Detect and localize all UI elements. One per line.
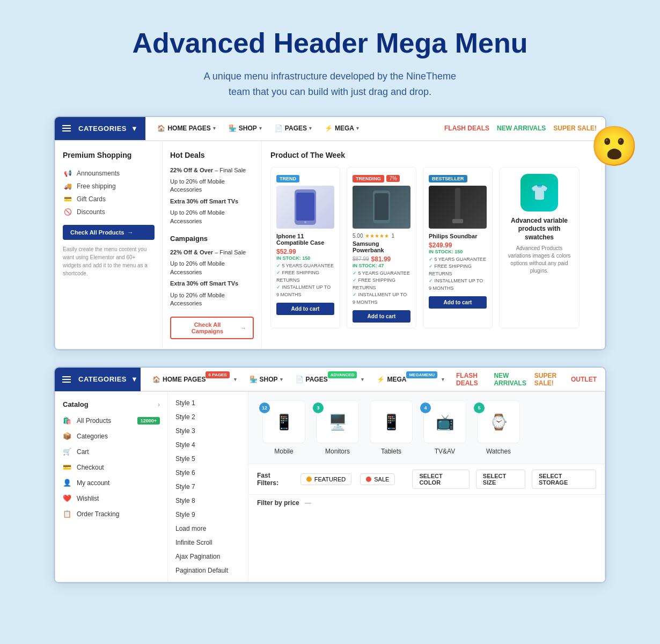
sidebar-item-gift-cards[interactable]: 💳 Gift Cards	[63, 193, 155, 206]
select-storage-label[interactable]: SELECT STORAGE	[532, 470, 596, 489]
product-price: $52.99	[276, 248, 334, 255]
add-to-cart-button[interactable]: Add to cart	[429, 296, 487, 309]
add-to-cart-button[interactable]: Add to cart	[276, 303, 334, 315]
check-campaigns-button[interactable]: Check All Campaigns →	[170, 317, 254, 339]
product-title: Iphone 11 Compatible Case	[276, 233, 334, 246]
style-item-pagination-default[interactable]: Pagination Default	[168, 564, 248, 577]
mega-menu-panel: Premium Shopping 📢 Announsments 🚚 Free s…	[55, 141, 605, 350]
page-title: Advanced Header Mega Menu	[11, 27, 649, 59]
home-icon: 🏠	[152, 376, 160, 383]
flash-deals-link-2[interactable]: FLASH DEALS	[456, 372, 486, 387]
deal-item: Up to 20% off Mobile Accessories	[170, 176, 254, 196]
demo-window-1: CATEGORIES ▼ 🏠 HOME PAGES ▾ 🏪 SHOP ▾ 📄 P…	[54, 116, 606, 351]
super-sale-link-2[interactable]: SUPER SALE!	[534, 372, 563, 387]
nav-item-pages[interactable]: 📄 PAGES ▾	[269, 116, 317, 140]
catalog-item-cart[interactable]: 🛒 Cart	[55, 444, 167, 459]
catalog-item-my-account[interactable]: 👤 My account	[55, 475, 167, 491]
catalog-item-order-tracking[interactable]: 📋 Order Tracking	[55, 506, 167, 522]
nav-item-shop[interactable]: 🏪 SHOP ▾	[223, 116, 267, 140]
svg-rect-5	[455, 188, 460, 223]
campaigns-title: Campaigns	[170, 235, 254, 243]
filter-sale[interactable]: SALE	[360, 473, 395, 485]
outlet-link[interactable]: OUTLET	[571, 376, 597, 383]
thumb-tablets[interactable]: 📱 Tablets	[364, 400, 418, 455]
chevron-down-icon: ▼	[131, 125, 138, 133]
catalog-item-wishlist[interactable]: ❤️ Wishlist	[55, 491, 167, 506]
sidebar-item-announcements[interactable]: 📢 Announsments	[63, 167, 155, 180]
nav-categories-1[interactable]: CATEGORIES ▼	[55, 116, 145, 140]
products-icon: 🛍️	[63, 416, 72, 425]
thumb-monitors[interactable]: 3 🖥️ Monitors	[311, 400, 364, 455]
sidebar-desc: Easily create the menu content you want …	[63, 245, 155, 277]
select-color-label[interactable]: SELECT COLOR	[412, 470, 469, 489]
thumb-label: TV&AV	[418, 448, 472, 455]
nav-menu-2: 🏠 HOME PAGES 6 PAGES ▾ 🏪 SHOP ▾ 📄 PAGES …	[141, 368, 456, 391]
style-item-7[interactable]: Style 7	[168, 480, 248, 494]
style-item-4[interactable]: Style 4	[168, 438, 248, 452]
sidebar-title: Premium Shopping	[63, 151, 155, 159]
catalog-item-checkout[interactable]: 💳 Checkout	[55, 459, 167, 475]
filter-price-label: Filter by price	[257, 499, 299, 507]
flash-deals-link[interactable]: FLASH DEALS	[444, 125, 489, 132]
style-item-ajax-pagination[interactable]: Ajax Pagination	[168, 550, 248, 564]
nav-categories-2[interactable]: CATEGORIES ▼	[55, 368, 141, 391]
style-item-infinite-scroll[interactable]: Infinite Scroll	[168, 536, 248, 550]
navbar-1: CATEGORIES ▼ 🏠 HOME PAGES ▾ 🏪 SHOP ▾ 📄 P…	[55, 117, 605, 141]
cart-icon: 🛒	[63, 448, 72, 456]
product-rating: 5.00 ★★★★★ 1	[353, 233, 410, 239]
filter-featured[interactable]: FEATURED	[300, 473, 351, 485]
featured-dot	[306, 477, 312, 482]
sidebar-item-free-shipping[interactable]: 🚚 Free shipping	[63, 180, 155, 193]
chevron-down-icon: ▾	[361, 377, 364, 382]
catalog-header: Catalog ›	[55, 396, 167, 413]
nav-item-home-pages-2[interactable]: 🏠 HOME PAGES 6 PAGES ▾	[147, 368, 242, 391]
thumb-tvav[interactable]: 4 📺 TV&AV	[418, 400, 472, 455]
product-title: Samsung Powerbank	[353, 240, 410, 253]
price-dash: —	[305, 499, 311, 507]
arrow-right-icon: →	[127, 229, 133, 236]
new-arrivals-link-2[interactable]: NEW ARRIVALS	[494, 372, 526, 387]
style-item-2[interactable]: Style 2	[168, 410, 248, 424]
add-to-cart-button[interactable]: Add to cart	[353, 310, 410, 323]
product-card-samsung[interactable]: TRENDING 7% 5.00 ★★★★★ 1 Samsung Powerba…	[347, 167, 416, 329]
hot-deals-column: Hot Deals 22% Off & Over – Final Sale Up…	[163, 141, 262, 349]
product-card-iphone[interactable]: TREND Iphone 11 Compatible Case $52.99 I…	[270, 167, 340, 329]
variable-products-card: 👕 Advanced variable products with swatch…	[499, 167, 580, 329]
catalog-item-categories[interactable]: 📦 Categories	[55, 428, 167, 444]
product-badge: BESTSELLER	[429, 175, 467, 182]
product-card-philips[interactable]: BESTSELLER Philips Soundbar $249.99 IN S…	[423, 167, 493, 329]
chevron-down-icon: ▾	[259, 126, 262, 131]
style-item-8[interactable]: Style 8	[168, 494, 248, 508]
thumb-mobile[interactable]: 12 📱 Mobile	[257, 400, 311, 455]
check-all-products-button[interactable]: Check All Products →	[63, 225, 155, 240]
chevron-down-icon: ▾	[309, 126, 312, 131]
new-arrivals-link[interactable]: NEW ARRIVALS	[497, 125, 546, 132]
badge-advanced: ADVANCED	[328, 371, 357, 378]
select-size-label[interactable]: SELECT SIZE	[476, 470, 525, 489]
chevron-down-icon: ▾	[234, 377, 237, 382]
checkout-icon: 💳	[63, 463, 72, 471]
mega-icon: ⚡	[377, 376, 385, 383]
nav-item-shop-2[interactable]: 🏪 SHOP ▾	[244, 368, 288, 391]
nav-item-pages-2[interactable]: 📄 PAGES ADVANCED ▾	[290, 368, 370, 391]
product-badge: TRENDING	[353, 175, 384, 182]
nav-item-home-pages[interactable]: 🏠 HOME PAGES ▾	[152, 116, 221, 140]
nav-item-mega-2[interactable]: ⚡ MEGA MEGAMENU ▾	[371, 368, 450, 391]
sidebar-item-discounts[interactable]: 🚫 Discounts	[63, 206, 155, 218]
nav-item-mega[interactable]: ⚡ MEGA ▾	[319, 116, 364, 140]
demo-window-1-container: CATEGORIES ▼ 🏠 HOME PAGES ▾ 🏪 SHOP ▾ 📄 P…	[21, 116, 639, 351]
chevron-down-icon: ▾	[213, 126, 216, 131]
tracking-icon: 📋	[63, 510, 72, 518]
sale-dot	[366, 477, 371, 482]
account-icon: 👤	[63, 479, 72, 487]
style-item-5[interactable]: Style 5	[168, 452, 248, 466]
style-item-3[interactable]: Style 3	[168, 424, 248, 438]
catalog-item-all-products[interactable]: 🛍️ All Products 12000+	[55, 413, 167, 428]
styles-column: Style 1 Style 2 Style 3 Style 4 Style 5 …	[168, 392, 248, 582]
thumb-watches[interactable]: 5 ⌚ Watches	[472, 400, 525, 455]
style-item-1[interactable]: Style 1	[168, 396, 248, 410]
style-item-6[interactable]: Style 6	[168, 466, 248, 480]
style-item-9[interactable]: Style 9	[168, 508, 248, 522]
product-title: Philips Soundbar	[429, 233, 487, 239]
style-item-load-more[interactable]: Load more	[168, 522, 248, 536]
